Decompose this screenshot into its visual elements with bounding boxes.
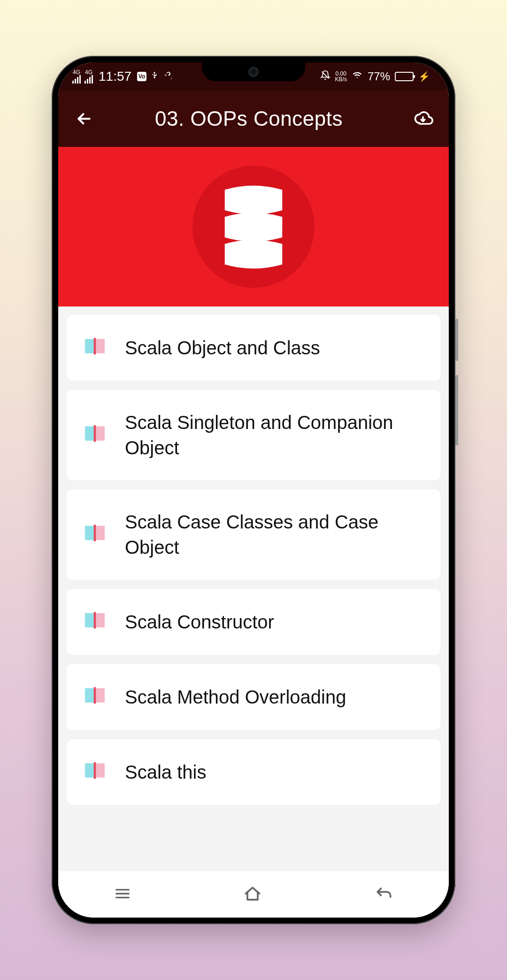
svg-rect-2 (94, 525, 96, 541)
nav-home-button[interactable] (242, 883, 263, 906)
menu-icon (113, 884, 132, 903)
svg-rect-3 (94, 612, 96, 628)
topic-card[interactable]: Scala Constructor (67, 589, 440, 655)
nav-back-button[interactable] (373, 883, 394, 906)
phone-frame: 4G 4G 11:57 Vo (52, 56, 455, 924)
svg-rect-1 (94, 425, 96, 442)
side-button-2 (455, 375, 458, 445)
signal-1: 4G (72, 69, 81, 84)
vo-badge: Vo (137, 72, 146, 81)
status-left: 4G 4G 11:57 Vo (72, 69, 172, 84)
home-icon (242, 883, 263, 904)
topic-card[interactable]: Scala Singleton and Companion Object (67, 390, 440, 480)
book-icon (82, 521, 108, 548)
status-right: 0.00 KB/s 77% ⚡ (320, 70, 430, 83)
battery-percent: 77% (368, 70, 390, 83)
topic-title: Scala Method Overloading (125, 684, 346, 710)
topic-card[interactable]: Scala this (67, 739, 440, 805)
download-button[interactable] (411, 108, 435, 129)
svg-rect-4 (94, 687, 96, 704)
topic-title: Scala Object and Class (125, 335, 320, 360)
topic-title: Scala this (125, 759, 206, 785)
book-icon (82, 684, 108, 710)
topic-card[interactable]: Scala Method Overloading (67, 664, 440, 730)
signal-2-label: 4G (85, 69, 92, 75)
hero-banner (58, 147, 449, 306)
topic-card[interactable]: Scala Object and Class (67, 315, 440, 381)
system-nav-bar (58, 871, 449, 918)
app-bar: 03. OOPs Concepts (58, 91, 449, 147)
battery-icon (395, 72, 414, 81)
wifi-icon (352, 70, 363, 83)
scala-logo-icon (211, 177, 296, 276)
topic-list[interactable]: Scala Object and Class Scala Singleton a… (58, 306, 449, 871)
signal-2: 4G (84, 69, 93, 84)
back-icon (373, 883, 394, 904)
topic-card[interactable]: Scala Case Classes and Case Object (67, 490, 440, 580)
camera (248, 67, 259, 77)
book-icon (82, 759, 108, 785)
book-icon (82, 609, 108, 635)
nav-recent-button[interactable] (113, 884, 132, 905)
svg-rect-0 (94, 338, 96, 354)
signal-1-label: 4G (73, 69, 80, 75)
scala-logo (192, 166, 315, 288)
usb-icon (150, 70, 159, 83)
book-icon (82, 335, 108, 361)
signal-bars-icon (72, 75, 81, 84)
book-icon (82, 422, 108, 448)
page-title: 03. OOPs Concepts (86, 107, 411, 130)
signal-bars-icon (84, 75, 93, 84)
topic-title: Scala Constructor (125, 609, 274, 635)
cloud-download-icon (413, 108, 433, 129)
dnd-icon (320, 70, 330, 83)
tools-icon (162, 70, 172, 83)
data-rate: 0.00 KB/s (335, 71, 347, 82)
clock: 11:57 (99, 69, 131, 84)
notch (202, 62, 305, 81)
topic-title: Scala Case Classes and Case Object (125, 509, 425, 560)
side-button-1 (455, 319, 458, 361)
svg-rect-5 (94, 762, 96, 779)
topic-title: Scala Singleton and Companion Object (125, 410, 425, 460)
charging-icon: ⚡ (418, 71, 430, 82)
data-rate-unit: KB/s (335, 77, 347, 82)
screen: 4G 4G 11:57 Vo (58, 62, 449, 918)
